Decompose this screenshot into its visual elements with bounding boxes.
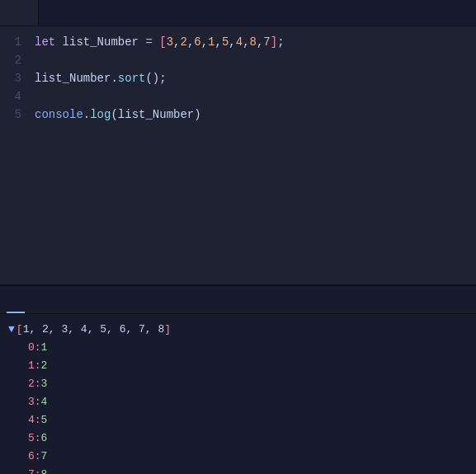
token-num: 7 <box>263 35 270 49</box>
token-op: = <box>139 35 159 49</box>
index-label: 1: <box>8 357 41 375</box>
token-paren: () <box>145 72 159 85</box>
token-paren: ( <box>111 108 117 121</box>
token-num: 2 <box>180 35 186 49</box>
token-num: 3 <box>167 35 173 49</box>
index-line: 5: 6 <box>3 429 473 448</box>
token-dot: . <box>83 108 90 121</box>
line-number: 2 <box>0 51 35 69</box>
index-line: 6: 7 <box>3 448 473 466</box>
line-number: 3 <box>0 69 35 87</box>
token-comma: , <box>243 35 249 49</box>
line-number: 1 <box>0 33 35 51</box>
line-content: list_Number.sort(); <box>35 69 167 87</box>
token-var: list_Number <box>118 108 194 121</box>
token-num: 4 <box>236 35 243 49</box>
code-line: 2 <box>0 51 476 69</box>
index-label: 7: <box>8 466 41 474</box>
token-num: 6 <box>194 35 200 49</box>
line-number: 5 <box>0 106 35 124</box>
token-comma: , <box>201 35 208 49</box>
index-value: 6 <box>41 429 48 448</box>
code-editor: 1let list_Number = [3,2,6,1,5,4,8,7];23l… <box>0 26 476 284</box>
line-content: console.log(list_Number) <box>35 106 201 124</box>
index-line: 3: 4 <box>3 393 473 411</box>
index-value: 8 <box>41 466 48 474</box>
token-dot: . <box>111 72 117 85</box>
index-line: 1: 2 <box>3 357 473 375</box>
index-value: 3 <box>41 375 48 393</box>
token-var: list_Number <box>63 35 139 49</box>
token-comma: ; <box>159 72 166 85</box>
index-line: 7: 8 <box>3 466 473 474</box>
array-bracket-close: ] <box>164 321 171 339</box>
index-value: 4 <box>41 393 48 411</box>
token-fn-name: console <box>35 108 83 121</box>
console-output: ▼ [ 1, 2, 3, 4, 5, 6, 7, 8 ] 0: 11: 22: … <box>0 314 476 474</box>
token-num: 1 <box>208 35 214 49</box>
console-panel: ▼ [ 1, 2, 3, 4, 5, 6, 7, 8 ] 0: 11: 22: … <box>0 284 476 474</box>
index-label: 2: <box>8 375 41 393</box>
line-content: let list_Number = [3,2,6,1,5,4,8,7]; <box>35 33 285 51</box>
token-comma: , <box>229 35 235 49</box>
token-method: log <box>90 108 111 121</box>
index-line: 0: 1 <box>3 339 473 357</box>
index-label: 3: <box>8 393 41 411</box>
token-bracket: ] <box>271 35 277 49</box>
line-number: 4 <box>0 87 35 106</box>
token-comma: ; <box>277 35 284 49</box>
expand-arrow[interactable]: ▼ <box>8 321 15 339</box>
code-line: 4 <box>0 87 476 106</box>
token-paren: ) <box>194 108 200 121</box>
index-value: 7 <box>41 448 48 466</box>
index-line: 4: 5 <box>3 411 473 429</box>
file-tab[interactable] <box>0 0 39 26</box>
array-inner-values: 1, 2, 3, 4, 5, 6, 7, 8 <box>23 321 165 339</box>
token-var: list_Number <box>35 72 111 85</box>
token-kw: let <box>35 35 63 49</box>
index-label: 5: <box>8 429 41 448</box>
token-method: sort <box>118 72 146 85</box>
code-line: 1let list_Number = [3,2,6,1,5,4,8,7]; <box>0 33 476 51</box>
index-value: 5 <box>41 411 48 429</box>
token-num: 8 <box>250 35 257 49</box>
code-line: 5console.log(list_Number) <box>0 106 476 124</box>
index-line: 2: 3 <box>3 375 473 393</box>
editor-tab-bar <box>0 0 476 26</box>
index-value: 2 <box>41 357 48 375</box>
code-line: 3list_Number.sort(); <box>0 69 476 87</box>
index-value: 1 <box>41 339 48 357</box>
console-tab-bar <box>0 286 476 314</box>
index-label: 6: <box>8 448 41 466</box>
array-bracket-open: [ <box>16 321 23 339</box>
console-tab[interactable] <box>7 286 25 313</box>
index-label: 4: <box>8 411 41 429</box>
array-output-line: ▼ [ 1, 2, 3, 4, 5, 6, 7, 8 ] <box>3 321 473 339</box>
token-bracket: [ <box>159 35 166 49</box>
tab-close-button[interactable] <box>15 7 28 20</box>
index-label: 0: <box>8 339 41 357</box>
console-entries: 0: 11: 22: 33: 44: 55: 66: 77: 8 <box>3 339 473 474</box>
token-comma: , <box>215 35 222 49</box>
